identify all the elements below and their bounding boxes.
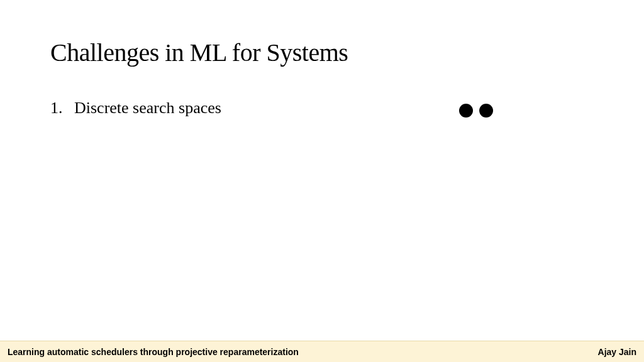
content-row: 1. Discrete search spaces [50, 99, 594, 118]
list-item: 1. Discrete search spaces [50, 99, 221, 118]
slide-body: Challenges in ML for Systems 1. Discrete… [0, 0, 644, 118]
dot-icon [459, 104, 473, 118]
dots-decoration [459, 104, 493, 118]
numbered-list: 1. Discrete search spaces [50, 99, 221, 118]
footer-bar: Learning automatic schedulers through pr… [0, 341, 644, 362]
slide-title: Challenges in ML for Systems [50, 38, 594, 67]
dot-icon [479, 104, 493, 118]
list-item-number: 1. [50, 99, 63, 118]
footer-right-text: Ajay Jain [598, 347, 636, 357]
list-item-text: Discrete search spaces [74, 99, 221, 118]
footer-left-text: Learning automatic schedulers through pr… [8, 347, 299, 357]
